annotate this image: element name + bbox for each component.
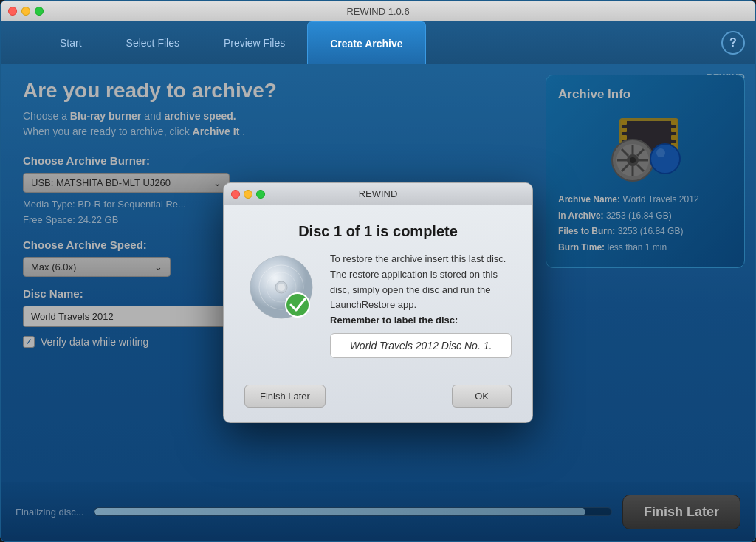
- tab-select-files[interactable]: Select Files: [104, 21, 202, 64]
- svg-point-29: [278, 284, 285, 291]
- titlebar: REWIND 1.0.6: [1, 1, 755, 21]
- maximize-button[interactable]: [35, 7, 44, 16]
- close-button[interactable]: [8, 7, 17, 16]
- main-window: REWIND 1.0.6 Start Select Files Preview …: [0, 0, 756, 542]
- modal-body: Disc 1 of 1 is complete: [224, 205, 532, 422]
- tabbar: Start Select Files Preview Files Create …: [1, 21, 755, 64]
- modal-remember-label: Remember to label the disc:: [330, 313, 512, 329]
- modal-text-area: To restore the archive insert this last …: [330, 252, 512, 358]
- minimize-button[interactable]: [21, 7, 30, 16]
- modal-buttons: Finish Later OK: [244, 373, 512, 408]
- dialog: REWIND Disc 1 of 1 is complete: [223, 182, 533, 423]
- modal-overlay: REWIND Disc 1 of 1 is complete: [1, 64, 755, 541]
- modal-finish-later-button[interactable]: Finish Later: [244, 385, 326, 408]
- modal-content-row: To restore the archive insert this last …: [244, 252, 512, 358]
- modal-ok-button[interactable]: OK: [452, 385, 512, 408]
- modal-body-text: To restore the archive insert this last …: [330, 252, 512, 313]
- modal-minimize-button[interactable]: [244, 190, 252, 199]
- help-button[interactable]: ?: [721, 31, 745, 55]
- main-content: ◄◄ REWIND Are you ready to archive? Choo…: [1, 64, 755, 541]
- modal-close-button[interactable]: [231, 190, 240, 199]
- svg-point-32: [286, 293, 309, 317]
- tab-preview-files[interactable]: Preview Files: [202, 21, 307, 64]
- disc-icon: [244, 252, 318, 326]
- tab-create-archive[interactable]: Create Archive: [307, 21, 425, 64]
- window-title: REWIND 1.0.6: [346, 6, 409, 17]
- modal-traffic-lights: [231, 190, 265, 199]
- modal-heading: Disc 1 of 1 is complete: [244, 223, 512, 240]
- modal-title: REWIND: [359, 188, 398, 199]
- modal-maximize-button[interactable]: [256, 190, 265, 199]
- tab-start[interactable]: Start: [38, 21, 104, 64]
- modal-titlebar: REWIND: [224, 183, 532, 205]
- traffic-lights: [8, 7, 44, 16]
- disc-label-input[interactable]: World Travels 2012 Disc No. 1.: [330, 333, 512, 358]
- disc-svg-icon: [244, 252, 318, 326]
